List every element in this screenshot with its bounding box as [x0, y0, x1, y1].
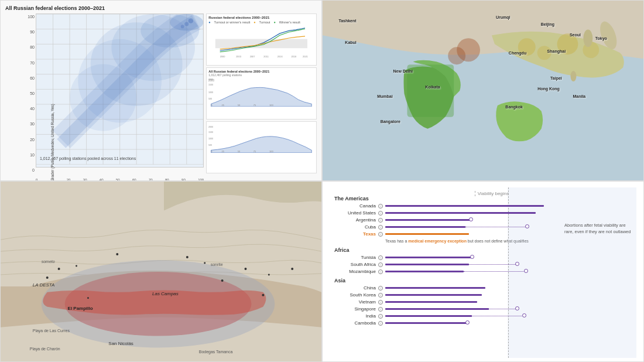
bar-solid-canada — [385, 205, 544, 207]
row-china-name: China — [334, 285, 378, 291]
svg-text:2018: 2018 — [292, 55, 297, 57]
topo-map-svg: LA DESTA Playa de Las Curres Playa de Ch… — [1, 182, 321, 361]
info-dot-cuba: i — [378, 225, 383, 230]
q1-chart-area: 1,012,467 polling stations pooled across… — [5, 13, 317, 173]
bar-solid-vietnam — [385, 301, 477, 303]
row-tunisia-name: Tunisia — [334, 255, 378, 260]
row-southafrica-name: South Africa — [334, 262, 378, 267]
svg-text:2016: 2016 — [278, 55, 283, 57]
info-dot-southafrica: i — [378, 262, 383, 267]
row-canada: Canada i — [334, 203, 554, 209]
bar-solid-mozambique — [385, 271, 464, 272]
bar-dotted-india — [472, 316, 525, 316]
svg-text:1000: 1000 — [208, 91, 213, 94]
bar-solid-india — [385, 315, 472, 317]
svg-point-77 — [244, 268, 246, 270]
q1-title: All Russian federal elections 2000–2021 — [5, 5, 317, 11]
row-cuba-name: Cuba — [334, 224, 378, 230]
svg-text:1500: 1500 — [208, 131, 213, 134]
topo-map-panel: LA DESTA Playa de Las Curres Playa de Ch… — [0, 181, 322, 362]
bar-dotted-cuba — [465, 227, 529, 227]
bar-track-tunisia — [385, 257, 552, 258]
svg-text:Playa de Charón: Playa de Charón — [30, 347, 60, 352]
asia-map-svg — [323, 1, 643, 180]
svg-text:Las Campas: Las Campas — [152, 291, 179, 296]
bar-solid-tunisia — [385, 257, 474, 258]
bar-solid-us — [385, 212, 536, 214]
svg-point-79 — [221, 279, 224, 282]
map-label-seoul: Seoul — [570, 33, 581, 37]
bar-track-canada — [385, 205, 552, 207]
bar-track-india — [385, 315, 552, 317]
chart-content: The Americas Canada i United States i — [330, 187, 636, 358]
line-chart-svg: 2000 2003 2007 2011 2016 2018 2021 — [208, 25, 314, 57]
svg-text:sonrite: sonrite — [211, 262, 223, 267]
bar-track-texas — [385, 233, 552, 235]
svg-point-63 — [583, 29, 592, 47]
bar-track-southafrica — [385, 264, 552, 265]
info-dot-singapore: i — [378, 307, 383, 312]
map-label-chengdu: Chengdu — [509, 51, 526, 55]
bar-track-argentina — [385, 219, 552, 221]
info-dot-canada: i — [378, 204, 383, 209]
svg-point-82 — [291, 268, 293, 270]
map-label-kolkata: Kolkata — [425, 85, 440, 89]
row-india-name: India — [334, 313, 378, 319]
row-vietnam: Vietnam i — [334, 299, 554, 305]
svg-text:El Pampillo: El Pampillo — [68, 306, 93, 311]
row-us: United States i — [334, 210, 554, 216]
legend-item-1: Turnout or winner's result — [214, 21, 251, 24]
svg-point-80 — [87, 297, 89, 299]
bar-track-china — [385, 287, 552, 289]
row-cuba: Cuba i — [334, 224, 554, 230]
svg-point-81 — [262, 294, 264, 296]
bar-end-dot-singapore — [515, 306, 519, 310]
info-dot-tunisia: i — [378, 255, 383, 260]
info-dot-cambodia: i — [378, 321, 383, 326]
svg-text:Playa de Las Curres: Playa de Las Curres — [33, 329, 70, 333]
svg-text:50: 50 — [238, 104, 241, 107]
map-label-taipei: Taipei — [550, 76, 562, 80]
row-texas-name: Texas — [334, 231, 378, 237]
row-canada-name: Canada — [334, 203, 378, 209]
scatter-ylabel: Leader (Putin, Medvedev, United Russia, … — [50, 95, 54, 181]
row-china: China i — [334, 285, 554, 291]
info-dot-china: i — [378, 286, 383, 291]
bar-solid-cuba — [385, 226, 465, 228]
row-cambodia-name: Cambodia — [334, 320, 378, 326]
svg-point-71 — [58, 268, 60, 270]
row-singapore: Singapore i — [334, 306, 554, 312]
bar-track-mozambique — [385, 271, 552, 272]
info-dot-argentina: i — [378, 218, 383, 223]
map-label-tokyo: Tokyo — [595, 36, 607, 40]
bar-solid-southafrica — [385, 264, 469, 265]
svg-text:25: 25 — [222, 104, 225, 107]
chart-container: Viability begins Abortions after fetal v… — [330, 187, 636, 358]
bar-dotted-singapore — [489, 309, 519, 309]
legend-item-3: Winner's result — [279, 21, 300, 24]
svg-text:25: 25 — [222, 150, 225, 153]
russian-elections-panel: All Russian federal elections 2000–2021 — [0, 0, 322, 181]
legend: ●Turnout or winner's result ●Turnout ●Wi… — [208, 21, 314, 24]
bar-end-dot-cambodia — [465, 320, 470, 325]
svg-text:500: 500 — [208, 144, 212, 146]
svg-rect-67 — [407, 64, 454, 117]
mini-chart-3: 5 25 50 75 100 2000 1500 1000 500 — [206, 121, 317, 173]
svg-point-73 — [46, 276, 49, 279]
mini-chart-1-title: Russian federal elections 2000–2021 — [208, 16, 314, 19]
svg-text:2011: 2011 — [264, 55, 269, 57]
mini-chart-3-svg: 5 25 50 75 100 2000 1500 1000 500 — [208, 124, 314, 153]
svg-text:2003: 2003 — [236, 55, 241, 57]
bar-solid-texas — [385, 233, 469, 235]
section-africa: Africa — [334, 247, 554, 253]
row-argentina: Argentina i — [334, 217, 554, 223]
mini-chart-1: Russian federal elections 2000–2021 ●Tur… — [206, 13, 317, 66]
map-label-shanghai: Shanghai — [547, 49, 566, 53]
row-mozambique-name: Mozambique — [334, 269, 378, 274]
mini-chart-2-subtitle: 1,012,467 polling stations — [208, 73, 314, 77]
section-americas: The Americas — [334, 196, 554, 202]
svg-point-78 — [268, 274, 270, 275]
row-us-name: United States — [334, 210, 378, 216]
map-label-kabul: Kabul — [345, 40, 356, 45]
mini-chart-2-svg: 2000 5 25 50 75 100 2000 1500 1000 500 — [208, 77, 314, 107]
